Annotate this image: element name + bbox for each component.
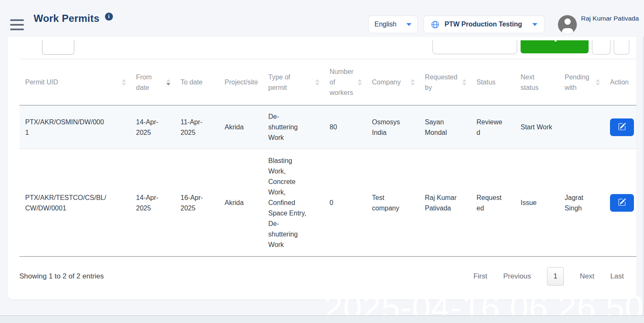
column-header-number-of-workers[interactable]: Number of workers xyxy=(324,59,366,105)
column-header-status: Status xyxy=(471,59,515,105)
language-selector[interactable]: English xyxy=(369,16,417,33)
sort-icon xyxy=(596,79,600,85)
cell-from-date: 14-Apr-2025 xyxy=(130,149,175,257)
cell-from-date: 14-Apr-2025 xyxy=(130,105,175,149)
table-footer: Showing 1 to 2 of 2 entries First Previo… xyxy=(19,264,624,289)
page-title-wrap: Work Permits i xyxy=(34,0,113,37)
column-header-permit-uid[interactable]: Permit UID xyxy=(19,59,130,105)
column-header-action: Action xyxy=(604,59,636,105)
cell-type-of-permit: Blasting Work, Concrete Work, Confined S… xyxy=(262,149,324,257)
bottom-bar xyxy=(0,316,644,323)
cell-requested-by: Sayan Mondal xyxy=(419,105,471,149)
user-avatar[interactable] xyxy=(558,15,577,34)
column-header-type-of-permit[interactable]: Type of permit xyxy=(262,59,324,105)
sort-icon xyxy=(462,79,466,85)
work-permits-screen: Work Permits i English PTW Production Te… xyxy=(0,0,644,323)
pagination-current-page[interactable]: 1 xyxy=(547,267,564,286)
page-size-select[interactable] xyxy=(42,40,74,55)
edit-icon xyxy=(618,123,626,132)
edit-permit-button[interactable] xyxy=(610,194,634,212)
column-header-pending-with[interactable]: Pending with xyxy=(559,59,604,105)
cell-requested-by: Raj Kumar Pativada xyxy=(419,149,471,257)
cell-pending-with: Jagrat Singh xyxy=(559,149,604,257)
cell-company: Test company xyxy=(366,149,419,257)
cell-project-site: Akrida xyxy=(219,149,262,257)
cell-number-of-workers: 0 xyxy=(324,149,366,257)
cell-action xyxy=(604,149,636,257)
pagination-last[interactable]: Last xyxy=(610,272,624,281)
pagination-first[interactable]: First xyxy=(474,272,487,281)
table-row: PTX/AKR/TESTCO/CS/BL/CW/DW/0001 14-Apr-2… xyxy=(19,149,636,257)
cell-to-date: 11-Apr-2025 xyxy=(175,105,219,149)
column-header-project-site[interactable]: Project/site xyxy=(219,59,262,105)
table-row: PTX/AKR/OSMIN/DW/0001 14-Apr-2025 11-Apr… xyxy=(19,105,636,149)
sort-icon xyxy=(254,79,258,85)
user-name: Raj Kumar Pativada xyxy=(581,0,639,37)
pagination-previous[interactable]: Previous xyxy=(503,272,531,281)
permits-table-wrap: Permit UID From date To date Project/sit… xyxy=(19,59,636,257)
site-selector-value: PTW Production Testing xyxy=(445,21,522,28)
sort-icon xyxy=(411,79,415,85)
cell-number-of-workers: 80 xyxy=(324,105,366,149)
column-header-to-date: To date xyxy=(175,59,219,105)
cell-action xyxy=(604,105,636,149)
column-header-requested-by[interactable]: Requested by xyxy=(419,59,471,105)
cell-status: Requested xyxy=(471,149,515,257)
toolbar-button-1[interactable] xyxy=(592,40,610,55)
column-header-next-status: Next status xyxy=(515,59,559,105)
page-title: Work Permits xyxy=(34,13,99,24)
pagination-next[interactable]: Next xyxy=(580,272,594,281)
app-header: Work Permits i English PTW Production Te… xyxy=(0,0,644,37)
toolbar-button-2[interactable] xyxy=(614,40,629,55)
cell-company: Osmosys India xyxy=(366,105,419,149)
language-selector-value: English xyxy=(374,21,396,28)
sort-icon xyxy=(358,79,362,85)
cell-status: Reviewed xyxy=(471,105,515,149)
column-header-company[interactable]: Company xyxy=(366,59,419,105)
search-input[interactable] xyxy=(432,40,517,54)
cell-to-date: 16-Apr-2025 xyxy=(175,149,219,257)
work-permits-card: Permit UID From date To date Project/sit… xyxy=(8,37,636,299)
site-selector[interactable]: PTW Production Testing xyxy=(424,16,544,33)
cell-permit-uid: PTX/AKR/OSMIN/DW/0001 xyxy=(19,105,130,149)
edit-icon xyxy=(618,198,626,207)
cell-next-status: Start Work xyxy=(515,105,559,149)
pagination: First Previous 1 Next Last xyxy=(474,267,624,286)
sort-icon xyxy=(122,79,126,85)
info-icon[interactable]: i xyxy=(105,13,113,21)
cell-permit-uid: PTX/AKR/TESTCO/CS/BL/CW/DW/0001 xyxy=(19,149,130,257)
cell-type-of-permit: De-shuttering Work xyxy=(262,105,324,149)
cell-project-site: Akrida xyxy=(219,105,262,149)
globe-icon xyxy=(431,20,440,29)
cell-next-status: Issue xyxy=(515,149,559,257)
column-header-from-date[interactable]: From date xyxy=(130,59,175,105)
permits-table: Permit UID From date To date Project/sit… xyxy=(19,59,636,257)
table-header-row: Permit UID From date To date Project/sit… xyxy=(19,59,636,105)
chevron-down-icon xyxy=(532,23,537,26)
edit-permit-button[interactable] xyxy=(610,118,634,136)
entries-summary: Showing 1 to 2 of 2 entries xyxy=(19,272,104,281)
sort-desc-icon xyxy=(166,79,170,85)
sort-icon xyxy=(315,79,319,85)
menu-hamburger-icon[interactable] xyxy=(10,19,24,30)
chevron-down-icon xyxy=(406,23,411,26)
create-permit-button[interactable] xyxy=(521,40,589,53)
cell-pending-with xyxy=(559,105,604,149)
